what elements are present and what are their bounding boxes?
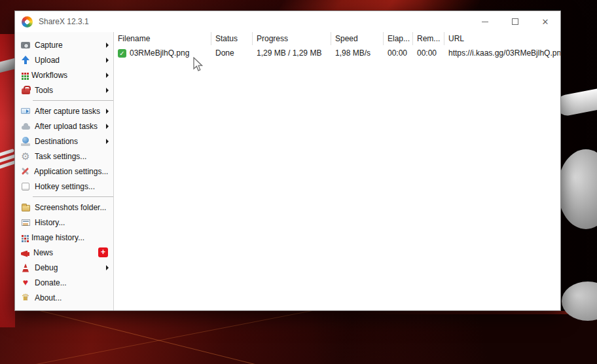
column-header-filename[interactable]: Filename (114, 32, 211, 45)
sidebar-item-upload[interactable]: Upload (15, 52, 113, 67)
sidebar-item-about[interactable]: ♛ About... (15, 290, 113, 305)
sidebar-item-news[interactable]: News + (15, 245, 113, 260)
remaining-cell: 00:00 (413, 48, 444, 58)
sidebar-item-destinations[interactable]: Destinations (15, 134, 113, 149)
toolbox-icon (20, 85, 31, 96)
column-header-remaining[interactable]: Rem... (413, 32, 444, 45)
sidebar-item-hotkey-settings[interactable]: Hotkey settings... (15, 179, 113, 194)
speed-cell: 1,98 MB/s (331, 48, 384, 58)
sidebar-separator (33, 100, 113, 101)
list-header: Filename Status Progress Speed Elap... R… (114, 32, 560, 45)
history-list-icon (20, 217, 31, 228)
filename-cell: ✓ 03RMeBjlhQ.png (114, 48, 211, 58)
maximize-button[interactable] (500, 11, 530, 32)
submenu-arrow-icon (106, 58, 109, 63)
window-controls: ✕ (470, 11, 560, 32)
task-list: Filename Status Progress Speed Elap... R… (114, 32, 560, 310)
status-cell: Done (211, 48, 253, 58)
column-header-speed[interactable]: Speed (331, 32, 384, 45)
sidebar-separator (33, 196, 113, 197)
sidebar-item-image-history[interactable]: Image history... (15, 230, 113, 245)
cloud-icon (20, 121, 31, 132)
column-header-elapsed[interactable]: Elap... (384, 32, 413, 45)
maximize-icon (512, 18, 518, 25)
megaphone-icon (20, 249, 29, 257)
upload-arrow-icon (20, 55, 31, 65)
wallpaper-left-logo-strip (0, 34, 15, 327)
sidebar: Capture Upload Workflows Tools (15, 32, 114, 310)
submenu-arrow-icon (106, 124, 109, 129)
submenu-arrow-icon (106, 88, 109, 93)
sidebar-item-tools[interactable]: Tools (15, 82, 113, 98)
column-header-url[interactable]: URL (444, 32, 560, 45)
sidebar-item-workflows[interactable]: Workflows (15, 67, 113, 82)
slide-icon (20, 106, 31, 117)
window-body: Capture Upload Workflows Tools (15, 32, 560, 310)
done-check-icon: ✓ (118, 49, 126, 58)
heart-icon: ♥ (20, 278, 31, 288)
url-cell: https://i.kaas.gg/03RMeBjlhQ.png (444, 48, 560, 58)
close-icon: ✕ (542, 18, 549, 26)
minimize-icon (482, 22, 488, 22)
image-grid-icon (20, 234, 27, 241)
titlebar[interactable]: ShareX 12.3.1 ✕ (15, 11, 560, 32)
sidebar-item-after-upload-tasks[interactable]: After upload tasks (15, 118, 113, 134)
sharex-window: ShareX 12.3.1 ✕ Capture Upload Workflows (14, 10, 561, 311)
gear-icon: ⚙ (20, 151, 31, 162)
column-header-status[interactable]: Status (211, 32, 253, 45)
submenu-arrow-icon (106, 73, 109, 78)
folder-icon (20, 202, 31, 213)
sidebar-item-donate[interactable]: ♥ Donate... (15, 275, 113, 290)
table-row[interactable]: ✓ 03RMeBjlhQ.png Done 1,29 MB / 1,29 MB … (114, 46, 560, 60)
sidebar-item-application-settings[interactable]: Application settings... (15, 164, 113, 179)
window-title: ShareX 12.3.1 (39, 17, 89, 26)
wrench-screwdriver-icon (20, 166, 30, 176)
close-button[interactable]: ✕ (530, 11, 560, 32)
filename-text: 03RMeBjlhQ.png (130, 48, 189, 58)
news-badge: + (98, 247, 108, 257)
submenu-arrow-icon (106, 109, 109, 114)
minimize-button[interactable] (470, 11, 500, 32)
sidebar-item-history[interactable]: History... (15, 215, 113, 230)
column-header-progress[interactable]: Progress (253, 32, 331, 45)
sidebar-item-task-settings[interactable]: ⚙ Task settings... (15, 149, 113, 164)
traffic-cone-icon (20, 263, 31, 273)
submenu-arrow-icon (106, 265, 109, 270)
crown-icon: ♛ (20, 293, 31, 303)
submenu-arrow-icon (106, 43, 109, 48)
camera-icon (20, 40, 31, 50)
submenu-arrow-icon (106, 139, 109, 144)
workflows-grid-icon (20, 71, 27, 79)
wallpaper-bottom-wedge (314, 314, 597, 364)
sharex-logo-icon (22, 16, 33, 27)
progress-cell: 1,29 MB / 1,29 MB (253, 48, 331, 58)
globe-icon (20, 136, 31, 147)
sidebar-item-capture[interactable]: Capture (15, 37, 113, 52)
sidebar-item-debug[interactable]: Debug (15, 260, 113, 275)
sidebar-item-screenshots-folder[interactable]: Screenshots folder... (15, 200, 113, 215)
elapsed-cell: 00:00 (384, 48, 413, 58)
keyboard-key-icon (20, 181, 31, 192)
sidebar-item-after-capture-tasks[interactable]: After capture tasks (15, 103, 113, 118)
